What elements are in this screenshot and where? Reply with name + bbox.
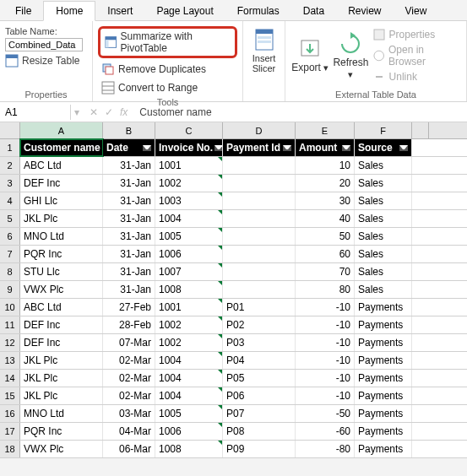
cell[interactable] (223, 263, 296, 280)
cell[interactable]: 31-Jan (103, 281, 155, 298)
cell[interactable]: 1004 (155, 387, 223, 404)
name-box[interactable]: A1 (0, 105, 71, 120)
cell[interactable] (223, 210, 296, 227)
filter-dropdown-icon[interactable] (283, 145, 291, 151)
header-amount[interactable]: Amount (296, 139, 355, 156)
table-name-input[interactable] (5, 38, 83, 51)
insert-slicer-button[interactable]: Insert Slicer (244, 24, 285, 73)
cell[interactable]: Sales (355, 210, 412, 227)
row-header[interactable]: 13 (0, 352, 20, 369)
cell[interactable]: P04 (223, 352, 296, 369)
col-header-E[interactable]: E (296, 122, 355, 138)
cell[interactable]: 30 (296, 192, 355, 209)
cell[interactable]: Payments (355, 423, 412, 440)
cell[interactable]: JKL Plc (20, 387, 103, 404)
tab-page-layout[interactable]: Page Layout (144, 2, 225, 20)
row-header[interactable]: 6 (0, 228, 20, 245)
header-payment-id[interactable]: Payment Id (223, 139, 296, 156)
cell[interactable]: PQR Inc (20, 423, 103, 440)
cell[interactable]: MNO Ltd (20, 228, 103, 245)
cell[interactable]: PQR Inc (20, 246, 103, 262)
cell[interactable]: P05 (223, 370, 296, 387)
cell[interactable]: Payments (355, 405, 412, 422)
cell[interactable]: Sales (355, 281, 412, 298)
row-header[interactable]: 7 (0, 246, 20, 262)
cell[interactable]: 70 (296, 263, 355, 280)
cell[interactable] (223, 175, 296, 192)
tab-file[interactable]: File (3, 2, 43, 20)
refresh-button[interactable]: Refresh ▾ (331, 24, 370, 84)
cell[interactable] (223, 246, 296, 262)
cell[interactable]: -80 (296, 441, 355, 457)
ext-properties-button[interactable]: Properties (372, 28, 461, 41)
cell[interactable]: 1005 (155, 228, 223, 245)
cell[interactable]: ABC Ltd (20, 299, 103, 316)
row-header[interactable]: 2 (0, 157, 20, 174)
cell[interactable]: MNO Ltd (20, 405, 103, 422)
cell[interactable]: 28-Feb (103, 316, 155, 333)
header-customer-name[interactable]: Customer name (20, 139, 103, 156)
header-source[interactable]: Source (355, 139, 412, 156)
cell[interactable]: 1004 (155, 370, 223, 387)
cell[interactable]: P08 (223, 423, 296, 440)
cell[interactable]: DEF Inc (20, 316, 103, 333)
tab-formulas[interactable]: Formulas (225, 2, 291, 20)
col-header-A[interactable]: A (20, 122, 103, 138)
col-header-D[interactable]: D (223, 122, 296, 138)
tab-home[interactable]: Home (43, 1, 95, 21)
export-button[interactable]: Export ▾ (291, 24, 329, 84)
cell[interactable]: 03-Mar (103, 405, 155, 422)
cell[interactable] (223, 228, 296, 245)
row-header[interactable]: 18 (0, 441, 20, 457)
filter-dropdown-icon[interactable] (342, 145, 350, 151)
cancel-icon[interactable]: ✕ (90, 106, 98, 118)
cell[interactable]: P03 (223, 334, 296, 351)
cell[interactable]: JKL Plc (20, 210, 103, 227)
cell[interactable]: 02-Mar (103, 387, 155, 404)
cell[interactable]: -10 (296, 352, 355, 369)
cell[interactable]: STU Llc (20, 263, 103, 280)
cell[interactable]: 1007 (155, 263, 223, 280)
row-header[interactable]: 3 (0, 175, 20, 192)
tab-insert[interactable]: Insert (95, 2, 144, 20)
cell[interactable]: 80 (296, 281, 355, 298)
cell[interactable]: Sales (355, 246, 412, 262)
cell[interactable]: P02 (223, 316, 296, 333)
cell[interactable]: 02-Mar (103, 370, 155, 387)
cell[interactable]: JKL Plc (20, 370, 103, 387)
cell[interactable] (223, 157, 296, 174)
cell[interactable]: VWX Plc (20, 281, 103, 298)
row-header[interactable]: 17 (0, 423, 20, 440)
cell[interactable]: 20 (296, 175, 355, 192)
cell[interactable]: 1002 (155, 316, 223, 333)
formula-input[interactable]: Customer name (134, 105, 467, 120)
cell[interactable]: Payments (355, 352, 412, 369)
cell[interactable]: 31-Jan (103, 263, 155, 280)
cell[interactable]: Payments (355, 316, 412, 333)
cell[interactable]: 31-Jan (103, 192, 155, 209)
cell[interactable]: 1006 (155, 246, 223, 262)
row-header[interactable]: 1 (0, 139, 20, 156)
convert-to-range-button[interactable]: Convert to Range (98, 80, 237, 95)
row-header[interactable]: 10 (0, 299, 20, 316)
cell[interactable]: Sales (355, 157, 412, 174)
cell[interactable]: 1004 (155, 210, 223, 227)
cell[interactable]: JKL Plc (20, 352, 103, 369)
row-header[interactable]: 8 (0, 263, 20, 280)
cell[interactable]: 06-Mar (103, 441, 155, 457)
cell[interactable]: VWX Plc (20, 441, 103, 457)
cell[interactable]: 31-Jan (103, 210, 155, 227)
fx-icon[interactable]: fx (120, 106, 128, 118)
cell[interactable]: 40 (296, 210, 355, 227)
cell[interactable]: Sales (355, 263, 412, 280)
cell[interactable]: -10 (296, 299, 355, 316)
cell[interactable]: 60 (296, 246, 355, 262)
cell[interactable]: Sales (355, 192, 412, 209)
cell[interactable]: -60 (296, 423, 355, 440)
name-box-dropdown-icon[interactable]: ▾ (71, 106, 83, 118)
col-header-F[interactable]: F (355, 122, 412, 138)
filter-dropdown-icon[interactable] (399, 145, 408, 151)
header-invoice-no[interactable]: Invoice No. (155, 139, 223, 156)
cell[interactable]: Payments (355, 441, 412, 457)
tab-view[interactable]: View (394, 2, 439, 20)
